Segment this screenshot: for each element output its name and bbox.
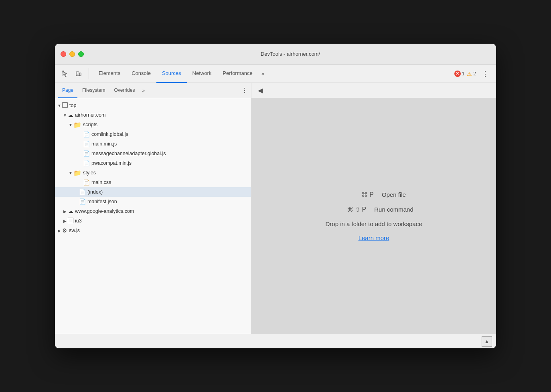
folder-styles-icon: 📁	[73, 169, 81, 177]
tree-item-manifest[interactable]: 📄 manifest.json	[55, 197, 251, 206]
tree-label-comlink: comlink.global.js	[91, 131, 128, 137]
error-icon: ✕	[454, 71, 461, 77]
square-frame-icon	[62, 102, 68, 109]
file-css-icon: 📄	[83, 179, 90, 186]
file-tree: ▼ top ▼ ☁ airhorner.com ▼ 📁 scripts	[55, 98, 251, 334]
tree-arrow-analytics: ▶	[62, 209, 68, 214]
tree-item-iu3[interactable]: ▶ iu3	[55, 216, 251, 226]
tree-item-main-min[interactable]: 📄 main.min.js	[55, 139, 251, 149]
toolbar-tabs-more[interactable]: »	[258, 71, 267, 77]
error-badge: ✕ 1	[454, 71, 465, 77]
drawer-toggle-button[interactable]: ▲	[482, 336, 492, 347]
open-file-shortcut: ⌘ P Open file	[342, 191, 406, 198]
panel-back-button[interactable]: ◀	[255, 85, 266, 96]
tree-item-analytics[interactable]: ▶ ☁ www.google-analytics.com	[55, 206, 251, 216]
gear-icon: ⚙	[62, 227, 67, 234]
tree-label-messagechannel: messagechanneladapter.global.js	[91, 151, 166, 156]
folder-scripts-icon: 📁	[73, 121, 81, 129]
file-js-icon-msg: 📄	[83, 150, 90, 157]
run-command-keys: ⌘ ⇧ P	[334, 206, 366, 213]
file-index-icon: 📄	[79, 189, 86, 195]
toolbar-divider	[89, 68, 89, 79]
square-icon-iu3	[68, 218, 73, 224]
title-bar: DevTools - airhorner.com/	[55, 44, 496, 65]
tree-arrow-iu3: ▶	[62, 219, 68, 223]
file-js-icon-pwa: 📄	[83, 160, 90, 166]
tab-elements[interactable]: Elements	[93, 65, 126, 83]
file-js-icon-comlink: 📄	[83, 131, 90, 137]
right-panel-toolbar: ◀	[251, 83, 496, 98]
tab-overrides[interactable]: Overrides	[110, 83, 139, 98]
open-file-keys: ⌘ P	[342, 191, 374, 198]
main-content: Page Filesystem Overrides » ⋮ ▼ top ▼	[55, 83, 496, 334]
tab-console[interactable]: Console	[126, 65, 156, 83]
tree-item-comlink[interactable]: 📄 comlink.global.js	[55, 129, 251, 139]
tree-item-main-css[interactable]: 📄 main.css	[55, 178, 251, 187]
cloud-icon: ☁	[68, 112, 73, 118]
toolbar-right: ✕ 1 ⚠ 2 ⋮	[454, 68, 492, 80]
panel-tabs: Page Filesystem Overrides » ⋮	[55, 83, 251, 98]
tree-item-index[interactable]: 📄 (index)	[55, 187, 251, 197]
learn-more-link[interactable]: Learn more	[359, 234, 389, 241]
toolbar-menu-button[interactable]: ⋮	[478, 68, 492, 80]
run-command-shortcut: ⌘ ⇧ P Run command	[334, 206, 413, 213]
warning-count: 2	[473, 71, 476, 77]
drop-folder-text: Drop in a folder to add to workspace	[326, 220, 422, 227]
window-title: DevTools - airhorner.com/	[90, 51, 490, 57]
right-panel: ◀ ⌘ P Open file ⌘ ⇧ P Run command Drop i…	[251, 83, 496, 334]
warning-icon: ⚠	[467, 71, 472, 77]
tab-filesystem[interactable]: Filesystem	[78, 83, 109, 98]
tree-label-iu3: iu3	[75, 218, 82, 224]
panel-menu-button[interactable]: ⋮	[241, 87, 248, 94]
tree-label-scripts: scripts	[83, 122, 97, 127]
close-button[interactable]	[61, 51, 66, 57]
error-count: 1	[462, 71, 465, 77]
tree-item-sw[interactable]: ▶ ⚙ sw.js	[55, 226, 251, 235]
devtools-window: DevTools - airhorner.com/ Elements Conso…	[55, 44, 496, 348]
tree-arrow-airhorner: ▼	[62, 113, 68, 117]
tab-page[interactable]: Page	[58, 83, 77, 98]
tree-arrow-styles: ▼	[68, 171, 73, 175]
minimize-button[interactable]	[69, 51, 75, 57]
tree-label-manifest: manifest.json	[87, 199, 117, 204]
tree-item-pwacompat[interactable]: 📄 pwacompat.min.js	[55, 158, 251, 168]
device-toolbar-button[interactable]	[73, 68, 85, 80]
traffic-lights	[61, 51, 84, 57]
cursor-icon	[62, 71, 68, 77]
tab-sources[interactable]: Sources	[156, 65, 187, 83]
tree-arrow-scripts: ▼	[68, 123, 73, 127]
tree-item-top[interactable]: ▼ top	[55, 101, 251, 110]
tree-arrow-sw: ▶	[57, 228, 62, 233]
tree-item-messagechannel[interactable]: 📄 messagechanneladapter.global.js	[55, 149, 251, 158]
device-icon	[75, 71, 82, 77]
right-panel-content: ⌘ P Open file ⌘ ⇧ P Run command Drop in …	[251, 98, 496, 334]
tab-network[interactable]: Network	[187, 65, 217, 83]
panel-tabs-more[interactable]: »	[140, 88, 147, 93]
tree-label-index: (index)	[87, 189, 103, 195]
file-js-icon-main: 📄	[83, 141, 90, 147]
toolbar-tabs: Elements Console Sources Network Perform…	[93, 65, 453, 83]
tree-label-analytics: www.google-analytics.com	[75, 208, 134, 214]
bottom-bar: ▲	[55, 334, 496, 348]
tree-label-airhorner: airhorner.com	[75, 112, 105, 118]
tree-label-main-css: main.css	[91, 180, 111, 185]
file-manifest-icon: 📄	[79, 198, 86, 205]
tree-item-airhorner[interactable]: ▼ ☁ airhorner.com	[55, 110, 251, 120]
open-file-label: Open file	[382, 191, 406, 198]
tree-label-main-min: main.min.js	[91, 141, 117, 147]
tree-label-pwacompat: pwacompat.min.js	[91, 160, 132, 166]
inspect-element-button[interactable]	[59, 68, 71, 80]
cloud-icon-analytics: ☁	[68, 208, 73, 214]
tree-arrow-top: ▼	[57, 103, 62, 108]
left-panel: Page Filesystem Overrides » ⋮ ▼ top ▼	[55, 83, 251, 334]
tree-item-styles[interactable]: ▼ 📁 styles	[55, 168, 251, 178]
tree-item-scripts[interactable]: ▼ 📁 scripts	[55, 120, 251, 129]
run-command-label: Run command	[374, 206, 413, 213]
tab-performance[interactable]: Performance	[217, 65, 258, 83]
svg-rect-2	[79, 73, 81, 76]
main-toolbar: Elements Console Sources Network Perform…	[55, 65, 496, 83]
maximize-button[interactable]	[78, 51, 84, 57]
warning-badge: ⚠ 2	[467, 71, 476, 77]
tree-label-styles: styles	[83, 170, 96, 176]
tree-label-top: top	[69, 103, 76, 108]
